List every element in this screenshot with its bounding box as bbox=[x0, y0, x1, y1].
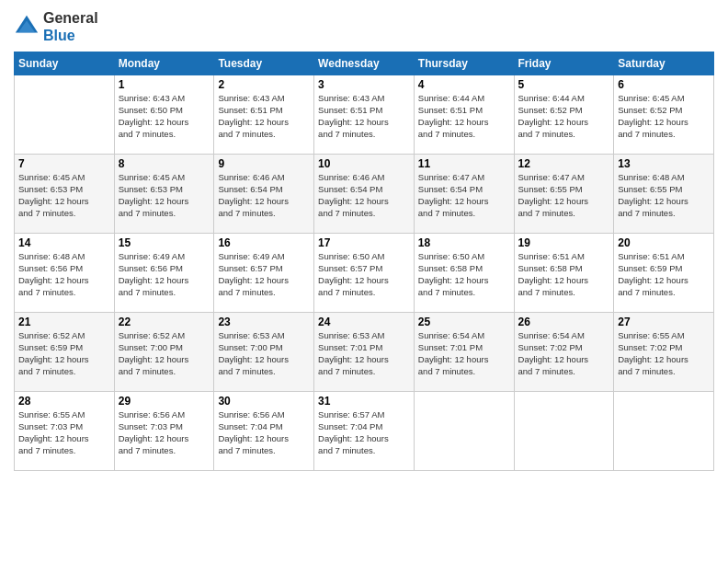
week-row-2: 7Sunrise: 6:45 AM Sunset: 6:53 PM Daylig… bbox=[15, 155, 714, 234]
day-info: Sunrise: 6:43 AM Sunset: 6:51 PM Dayligh… bbox=[318, 93, 410, 140]
day-number: 16 bbox=[218, 236, 310, 249]
day-number: 31 bbox=[318, 395, 410, 408]
day-info: Sunrise: 6:50 AM Sunset: 6:57 PM Dayligh… bbox=[318, 251, 410, 298]
calendar-cell: 22Sunrise: 6:52 AM Sunset: 7:00 PM Dayli… bbox=[114, 313, 214, 392]
day-info: Sunrise: 6:48 AM Sunset: 6:56 PM Dayligh… bbox=[18, 251, 110, 298]
page: General Blue SundayMondayTuesdayWednesda… bbox=[0, 0, 728, 563]
day-header-saturday: Saturday bbox=[614, 52, 714, 75]
day-number: 20 bbox=[618, 236, 710, 249]
day-number: 26 bbox=[518, 316, 610, 328]
day-info: Sunrise: 6:56 AM Sunset: 7:04 PM Dayligh… bbox=[218, 409, 310, 456]
logo-icon bbox=[14, 14, 40, 40]
day-info: Sunrise: 6:50 AM Sunset: 6:58 PM Dayligh… bbox=[418, 251, 510, 298]
day-info: Sunrise: 6:47 AM Sunset: 6:55 PM Dayligh… bbox=[518, 172, 610, 219]
calendar-cell: 1Sunrise: 6:43 AM Sunset: 6:50 PM Daylig… bbox=[114, 75, 214, 155]
day-header-friday: Friday bbox=[514, 52, 614, 75]
day-info: Sunrise: 6:47 AM Sunset: 6:54 PM Dayligh… bbox=[418, 172, 510, 219]
calendar-cell: 18Sunrise: 6:50 AM Sunset: 6:58 PM Dayli… bbox=[414, 234, 514, 313]
day-number: 19 bbox=[518, 236, 610, 249]
day-info: Sunrise: 6:55 AM Sunset: 7:02 PM Dayligh… bbox=[618, 330, 710, 377]
calendar-cell bbox=[514, 392, 614, 471]
day-info: Sunrise: 6:51 AM Sunset: 6:59 PM Dayligh… bbox=[618, 251, 710, 298]
day-header-monday: Monday bbox=[114, 52, 214, 75]
day-number: 22 bbox=[119, 316, 210, 328]
calendar-cell: 8Sunrise: 6:45 AM Sunset: 6:53 PM Daylig… bbox=[114, 155, 214, 234]
header: General Blue bbox=[14, 9, 714, 44]
day-number: 9 bbox=[218, 157, 310, 170]
day-info: Sunrise: 6:46 AM Sunset: 6:54 PM Dayligh… bbox=[318, 172, 410, 219]
calendar-cell: 11Sunrise: 6:47 AM Sunset: 6:54 PM Dayli… bbox=[414, 155, 514, 234]
day-info: Sunrise: 6:43 AM Sunset: 6:50 PM Dayligh… bbox=[119, 93, 210, 140]
day-info: Sunrise: 6:44 AM Sunset: 6:51 PM Dayligh… bbox=[418, 93, 510, 140]
logo: General Blue bbox=[14, 9, 98, 44]
calendar-cell: 16Sunrise: 6:49 AM Sunset: 6:57 PM Dayli… bbox=[214, 234, 314, 313]
day-number: 2 bbox=[218, 78, 310, 91]
day-number: 29 bbox=[119, 395, 210, 408]
calendar-cell: 4Sunrise: 6:44 AM Sunset: 6:51 PM Daylig… bbox=[414, 75, 514, 155]
day-number: 13 bbox=[618, 157, 710, 170]
calendar-cell: 19Sunrise: 6:51 AM Sunset: 6:58 PM Dayli… bbox=[514, 234, 614, 313]
day-number: 24 bbox=[318, 316, 410, 328]
day-info: Sunrise: 6:45 AM Sunset: 6:53 PM Dayligh… bbox=[119, 172, 210, 219]
day-number: 4 bbox=[418, 78, 510, 91]
day-info: Sunrise: 6:53 AM Sunset: 7:00 PM Dayligh… bbox=[218, 330, 310, 377]
day-info: Sunrise: 6:48 AM Sunset: 6:55 PM Dayligh… bbox=[618, 172, 710, 219]
day-header-tuesday: Tuesday bbox=[214, 52, 314, 75]
day-header-sunday: Sunday bbox=[15, 52, 115, 75]
calendar-cell: 9Sunrise: 6:46 AM Sunset: 6:54 PM Daylig… bbox=[214, 155, 314, 234]
week-row-5: 28Sunrise: 6:55 AM Sunset: 7:03 PM Dayli… bbox=[15, 392, 714, 471]
day-number: 7 bbox=[18, 157, 110, 170]
calendar-cell: 2Sunrise: 6:43 AM Sunset: 6:51 PM Daylig… bbox=[214, 75, 314, 155]
day-number: 17 bbox=[318, 236, 410, 249]
day-number: 10 bbox=[318, 157, 410, 170]
day-info: Sunrise: 6:52 AM Sunset: 6:59 PM Dayligh… bbox=[18, 330, 110, 377]
calendar-cell: 24Sunrise: 6:53 AM Sunset: 7:01 PM Dayli… bbox=[314, 313, 415, 392]
calendar-cell bbox=[15, 75, 115, 155]
calendar-cell: 6Sunrise: 6:45 AM Sunset: 6:52 PM Daylig… bbox=[614, 75, 714, 155]
header-row: SundayMondayTuesdayWednesdayThursdayFrid… bbox=[15, 52, 714, 75]
calendar-cell: 7Sunrise: 6:45 AM Sunset: 6:53 PM Daylig… bbox=[15, 155, 115, 234]
day-info: Sunrise: 6:43 AM Sunset: 6:51 PM Dayligh… bbox=[218, 93, 310, 140]
calendar-cell: 15Sunrise: 6:49 AM Sunset: 6:56 PM Dayli… bbox=[114, 234, 214, 313]
day-info: Sunrise: 6:52 AM Sunset: 7:00 PM Dayligh… bbox=[119, 330, 210, 377]
day-number: 28 bbox=[18, 395, 110, 408]
calendar-cell: 25Sunrise: 6:54 AM Sunset: 7:01 PM Dayli… bbox=[414, 313, 514, 392]
calendar-cell: 3Sunrise: 6:43 AM Sunset: 6:51 PM Daylig… bbox=[314, 75, 415, 155]
day-number: 5 bbox=[518, 78, 610, 91]
calendar-cell: 30Sunrise: 6:56 AM Sunset: 7:04 PM Dayli… bbox=[214, 392, 314, 471]
calendar-cell bbox=[614, 392, 714, 471]
day-number: 12 bbox=[518, 157, 610, 170]
calendar-cell: 28Sunrise: 6:55 AM Sunset: 7:03 PM Dayli… bbox=[15, 392, 115, 471]
calendar-cell: 26Sunrise: 6:54 AM Sunset: 7:02 PM Dayli… bbox=[514, 313, 614, 392]
calendar-cell: 5Sunrise: 6:44 AM Sunset: 6:52 PM Daylig… bbox=[514, 75, 614, 155]
day-info: Sunrise: 6:44 AM Sunset: 6:52 PM Dayligh… bbox=[518, 93, 610, 140]
day-number: 18 bbox=[418, 236, 510, 249]
day-number: 15 bbox=[119, 236, 210, 249]
day-info: Sunrise: 6:49 AM Sunset: 6:56 PM Dayligh… bbox=[119, 251, 210, 298]
week-row-4: 21Sunrise: 6:52 AM Sunset: 6:59 PM Dayli… bbox=[15, 313, 714, 392]
calendar-cell: 12Sunrise: 6:47 AM Sunset: 6:55 PM Dayli… bbox=[514, 155, 614, 234]
calendar-cell: 29Sunrise: 6:56 AM Sunset: 7:03 PM Dayli… bbox=[114, 392, 214, 471]
calendar-cell bbox=[414, 392, 514, 471]
calendar-cell: 27Sunrise: 6:55 AM Sunset: 7:02 PM Dayli… bbox=[614, 313, 714, 392]
week-row-3: 14Sunrise: 6:48 AM Sunset: 6:56 PM Dayli… bbox=[15, 234, 714, 313]
day-number: 27 bbox=[618, 316, 710, 328]
calendar-cell: 17Sunrise: 6:50 AM Sunset: 6:57 PM Dayli… bbox=[314, 234, 415, 313]
day-info: Sunrise: 6:45 AM Sunset: 6:52 PM Dayligh… bbox=[618, 93, 710, 140]
day-info: Sunrise: 6:49 AM Sunset: 6:57 PM Dayligh… bbox=[218, 251, 310, 298]
day-number: 14 bbox=[18, 236, 110, 249]
calendar-cell: 21Sunrise: 6:52 AM Sunset: 6:59 PM Dayli… bbox=[15, 313, 115, 392]
day-header-thursday: Thursday bbox=[414, 52, 514, 75]
day-info: Sunrise: 6:54 AM Sunset: 7:01 PM Dayligh… bbox=[418, 330, 510, 377]
day-number: 30 bbox=[218, 395, 310, 408]
calendar-cell: 10Sunrise: 6:46 AM Sunset: 6:54 PM Dayli… bbox=[314, 155, 415, 234]
day-info: Sunrise: 6:54 AM Sunset: 7:02 PM Dayligh… bbox=[518, 330, 610, 377]
calendar-table: SundayMondayTuesdayWednesdayThursdayFrid… bbox=[14, 52, 714, 471]
day-info: Sunrise: 6:51 AM Sunset: 6:58 PM Dayligh… bbox=[518, 251, 610, 298]
week-row-1: 1Sunrise: 6:43 AM Sunset: 6:50 PM Daylig… bbox=[15, 75, 714, 155]
day-info: Sunrise: 6:46 AM Sunset: 6:54 PM Dayligh… bbox=[218, 172, 310, 219]
calendar-cell: 14Sunrise: 6:48 AM Sunset: 6:56 PM Dayli… bbox=[15, 234, 115, 313]
calendar-cell: 20Sunrise: 6:51 AM Sunset: 6:59 PM Dayli… bbox=[614, 234, 714, 313]
calendar-cell: 31Sunrise: 6:57 AM Sunset: 7:04 PM Dayli… bbox=[314, 392, 415, 471]
calendar-cell: 13Sunrise: 6:48 AM Sunset: 6:55 PM Dayli… bbox=[614, 155, 714, 234]
